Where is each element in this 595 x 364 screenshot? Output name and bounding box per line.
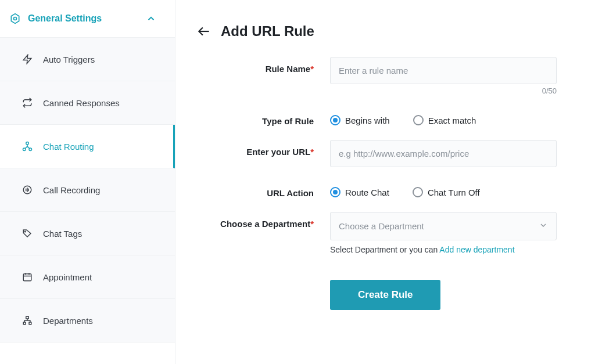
svg-point-12 [25,231,26,232]
sidebar-item-appointment[interactable]: Appointment [0,255,175,299]
url-input[interactable] [330,140,557,167]
page-title: Add URL Rule [221,23,314,39]
loop-icon [22,98,34,108]
sidebar-header-label: General Settings [28,13,102,24]
rule-name-counter: 0/50 [330,87,557,95]
org-icon [22,315,34,326]
sidebar-item-chat-routing[interactable]: Chat Routing [0,125,175,168]
svg-rect-17 [26,316,29,319]
label-rule-name: Rule Name* [196,57,330,74]
create-rule-button[interactable]: Create Rule [330,280,440,310]
department-helper: Select Department or you can Add new dep… [330,245,557,254]
sidebar-item-auto-triggers[interactable]: Auto Triggers [0,38,175,81]
svg-point-3 [26,142,29,145]
sidebar-item-chat-tags[interactable]: Chat Tags [0,212,175,255]
back-button[interactable] [196,24,212,39]
svg-rect-18 [23,322,26,325]
svg-marker-2 [23,55,31,64]
sidebar-header-general-settings[interactable]: General Settings [0,0,175,38]
sidebar-item-label: Call Recording [43,185,100,195]
add-new-department-link[interactable]: Add new department [439,245,514,254]
recording-icon [22,185,34,195]
page-header: Add URL Rule [196,23,572,39]
sidebar-item-label: Chat Routing [43,142,94,152]
label-url-action: URL Action [196,181,330,198]
row-type-of-rule: Type of Rule Begins with Exact match [196,109,572,126]
row-submit: . Create Rule [196,268,572,310]
svg-rect-13 [23,274,31,281]
label-choose-department: Choose a Department* [196,212,330,229]
radio-begins-with[interactable]: Begins with [330,115,390,125]
trigger-icon [22,54,34,64]
sidebar-item-label: Chat Tags [43,229,82,239]
sidebar-item-label: Auto Triggers [43,55,95,64]
sidebar-item-label: Departments [43,316,93,326]
label-enter-url: Enter your URL* [196,140,330,157]
radio-checked-icon [330,187,340,197]
rule-name-input[interactable] [330,57,557,84]
sidebar-item-label: Canned Responses [43,98,120,108]
settings-hex-icon [9,13,21,24]
svg-rect-19 [29,322,31,325]
label-type-of-rule: Type of Rule [196,109,330,126]
calendar-icon [22,272,34,282]
sidebar-item-canned-responses[interactable]: Canned Responses [0,81,175,125]
radio-checked-icon [330,115,340,125]
sidebar: General Settings Auto Triggers Canned Re… [0,0,175,364]
radio-exact-match[interactable]: Exact match [413,115,476,125]
sidebar-item-departments[interactable]: Departments [0,299,175,343]
svg-point-1 [14,17,17,20]
routing-icon [22,141,34,152]
chevron-down-icon [539,221,548,232]
radio-route-chat[interactable]: Route Chat [330,187,389,197]
radio-unchecked-icon [413,115,424,125]
radio-chat-turn-off[interactable]: Chat Turn Off [413,187,480,197]
tag-icon [22,228,34,239]
sidebar-item-call-recording[interactable]: Call Recording [0,168,175,212]
department-select[interactable]: Choose a Department [330,212,557,240]
row-choose-department: Choose a Department* Choose a Department… [196,212,572,254]
svg-marker-0 [11,14,19,24]
row-url-action: URL Action Route Chat Chat Turn Off [196,181,572,198]
row-rule-name: Rule Name* 0/50 [196,57,572,95]
main-content: Add URL Rule Rule Name* 0/50 Type of Rul… [175,0,595,364]
radio-unchecked-icon [413,187,423,197]
sidebar-item-label: Appointment [43,272,92,282]
chevron-up-icon [146,13,156,24]
row-enter-url: Enter your URL* [196,140,572,167]
